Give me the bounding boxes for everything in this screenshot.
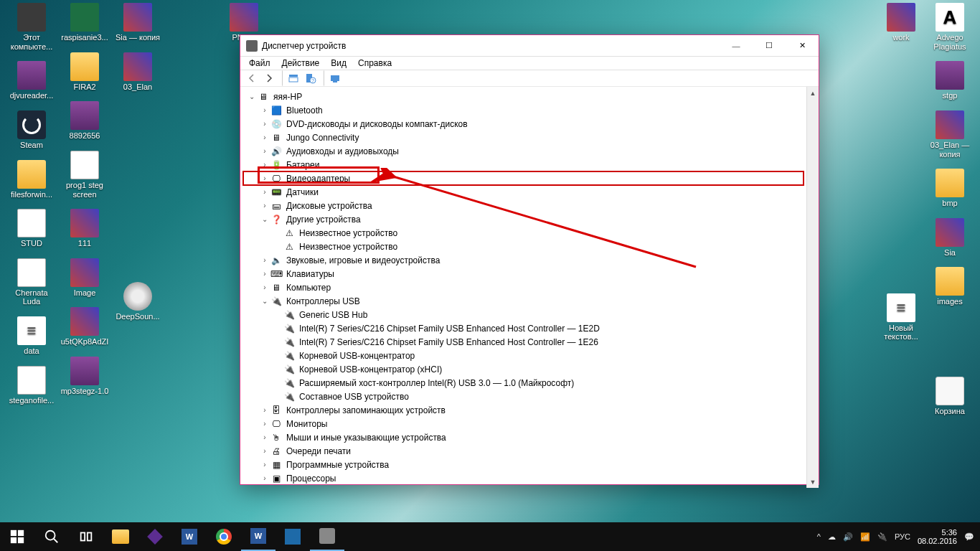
back-button[interactable] [243, 70, 260, 86]
tree-item[interactable]: 🔌Составное USB устройство [243, 390, 804, 403]
tray-language[interactable]: РУС [895, 532, 910, 541]
tree-item[interactable]: ›🖥Jungo Connectivity [243, 131, 804, 144]
tree-root[interactable]: ⌄🖥яяя-HP [243, 90, 804, 103]
tree-item[interactable]: ›🖥Компьютер [243, 281, 804, 294]
tree-item[interactable]: ⚠Неизвестное устройство [243, 226, 804, 240]
tree-item[interactable]: ›🟦Bluetooth [243, 103, 804, 117]
tree-item[interactable]: ›🗄Контроллеры запоминающих устройств [243, 403, 804, 417]
search-button[interactable] [34, 522, 69, 551]
tree-item[interactable]: ›📟Датчики [243, 185, 804, 199]
tray-power-icon[interactable]: 🔌 [877, 532, 887, 542]
scroll-down-button[interactable]: ▼ [807, 476, 819, 488]
tree-item[interactable]: ›🖵Мониторы [243, 417, 804, 430]
taskbar-app-word[interactable]: W [172, 522, 207, 551]
tree-item[interactable]: 🔌Расширяемый хост-контроллер Intel(R) US… [243, 376, 804, 390]
minimize-button[interactable]: — [720, 35, 753, 56]
desktop-icon[interactable]: AAdvego Plagiatus [925, 3, 974, 51]
taskbar-app-vs[interactable] [138, 522, 172, 551]
tree-item-label: Intel(R) 7 Series/C216 Chipset Family US… [298, 324, 601, 334]
desktop-icon[interactable]: steganofile... [7, 366, 56, 405]
desktop-icon[interactable]: STUD [7, 209, 56, 248]
tree-item[interactable]: ›▦Программные устройства [243, 458, 804, 471]
tree-item[interactable]: ›🖵Видеоадаптеры [243, 171, 804, 185]
tree-item[interactable]: ›💿DVD-дисководы и дисководы компакт-диск… [243, 117, 804, 131]
tree-item[interactable]: ⚠Неизвестное устройство [243, 240, 804, 253]
tray-notifications-icon[interactable]: 💬 [964, 532, 974, 542]
tree-item[interactable]: ⌄🔌Контроллеры USB [243, 294, 804, 308]
desktop-icon[interactable]: 03_Elan — копия [925, 110, 974, 159]
tray-onedrive-icon[interactable]: ☁ [828, 532, 836, 542]
tree-item[interactable]: ›🔊Аудиовходы и аудиовыходы [243, 144, 804, 158]
desktop-icon[interactable]: mp3stegz-1.0 [60, 357, 109, 396]
desktop-icon[interactable]: Chernata Luda [7, 258, 56, 306]
close-button[interactable]: ✕ [786, 35, 819, 56]
tree-item[interactable]: ›🔋Батареи [243, 158, 804, 171]
taskbar-app-totalcmd[interactable] [275, 522, 310, 551]
desktop-icon[interactable]: filesforwin... [7, 160, 56, 199]
tree-item-label: Мыши и иные указывающие устройства [285, 433, 448, 443]
desktop-icon[interactable]: data [7, 316, 56, 356]
menu-file[interactable]: Файл [243, 57, 276, 70]
desktop-icon[interactable]: Sia [925, 218, 974, 258]
tray-wifi-icon[interactable]: 📶 [860, 532, 870, 542]
tree-item-label: Программные устройства [285, 460, 390, 470]
desktop-icon[interactable]: stgp [925, 61, 974, 100]
desktop-icon[interactable]: 03_Elan [113, 52, 162, 92]
desktop-icon[interactable]: work [877, 3, 925, 42]
desktop-icon[interactable]: raspisanie3... [60, 3, 109, 42]
start-button[interactable] [0, 522, 34, 551]
desktop-icon[interactable]: Sia — копия [113, 3, 162, 42]
tree-item[interactable]: 🔌Корневой USB-концентратор [243, 349, 804, 362]
desktop-icon[interactable]: Новый текстов... [877, 293, 925, 342]
desktop-icon[interactable]: Этот компьюте... [7, 3, 56, 51]
desktop-icon[interactable]: bmp [925, 169, 974, 208]
taskbar-app-devmgr[interactable] [310, 522, 344, 551]
desktop-icon[interactable]: 111 [60, 209, 109, 248]
desktop-icon[interactable]: Image [60, 258, 109, 298]
desktop-icon-label: stgp [943, 91, 958, 100]
tree-item[interactable]: ⌄❓Другие устройства [243, 212, 804, 226]
view-button[interactable] [285, 70, 302, 86]
taskbar-app-chrome[interactable] [207, 522, 241, 551]
desktop-icon[interactable]: DeepSoun... [113, 282, 162, 321]
maximize-button[interactable]: ☐ [753, 35, 786, 56]
desktop-icon[interactable]: u5tQKp8AdZI [60, 307, 109, 347]
desktop-icon[interactable]: Steam [7, 110, 56, 150]
desktop-icon[interactable]: FIRA2 [60, 52, 109, 92]
menu-action[interactable]: Действие [276, 57, 326, 70]
tree-item[interactable]: ›🖨Очереди печати [243, 444, 804, 458]
scroll-up-button[interactable]: ▲ [807, 87, 819, 99]
tree-item[interactable]: 🔌Generic USB Hub [243, 308, 804, 321]
scrollbar[interactable]: ▲ ▼ [806, 87, 819, 488]
tray-clock[interactable]: 5:36 08.02.2016 [918, 528, 957, 545]
desktop-icon[interactable]: djvureader... [7, 61, 56, 100]
device-tree[interactable]: ⌄🖥яяя-HP›🟦Bluetooth›💿DVD-дисководы и дис… [240, 87, 806, 488]
tree-item[interactable]: 🔌Intel(R) 7 Series/C216 Chipset Family U… [243, 321, 804, 335]
menu-view[interactable]: Вид [325, 57, 352, 70]
tree-item[interactable]: 🔌Корневой USB-концентратор (xHCI) [243, 362, 804, 376]
scan-button[interactable] [326, 70, 344, 86]
desktop-icon[interactable]: Корзина [925, 377, 974, 416]
titlebar[interactable]: Диспетчер устройств — ☐ ✕ [240, 35, 819, 57]
desktop-icon[interactable]: images [925, 267, 974, 306]
forward-button[interactable] [260, 70, 278, 86]
system-tray[interactable]: ^ ☁ 🔊 📶 🔌 РУС 5:36 08.02.2016 💬 [811, 528, 980, 545]
tree-item[interactable]: 🔌Intel(R) 7 Series/C216 Chipset Family U… [243, 335, 804, 349]
tree-item[interactable]: ›🖱Мыши и иные указывающие устройства [243, 430, 804, 444]
menu-help[interactable]: Справка [352, 57, 397, 70]
tree-item[interactable]: ›🖴Дисковые устройства [243, 199, 804, 212]
tree-item[interactable]: ›🔈Звуковые, игровые и видеоустройства [243, 253, 804, 267]
tree-item[interactable]: ›▣Процессоры [243, 471, 804, 485]
help-button[interactable]: ? [302, 70, 319, 86]
scroll-track[interactable] [807, 99, 819, 476]
tray-volume-icon[interactable]: 🔊 [843, 532, 853, 542]
desktop-icon-label: Новый текстов... [877, 324, 925, 342]
task-view-button[interactable] [69, 522, 103, 551]
desktop-icon-label: Advego Plagiatus [925, 33, 974, 51]
tray-chevron-icon[interactable]: ^ [817, 532, 821, 541]
desktop-icon[interactable]: prog1 steg screen [60, 151, 109, 199]
desktop-icon[interactable]: 8892656 [60, 101, 109, 141]
tree-item[interactable]: ›⌨Клавиатуры [243, 267, 804, 281]
taskbar-app-explorer[interactable] [103, 522, 138, 551]
taskbar-app-word2[interactable]: W [241, 522, 275, 551]
